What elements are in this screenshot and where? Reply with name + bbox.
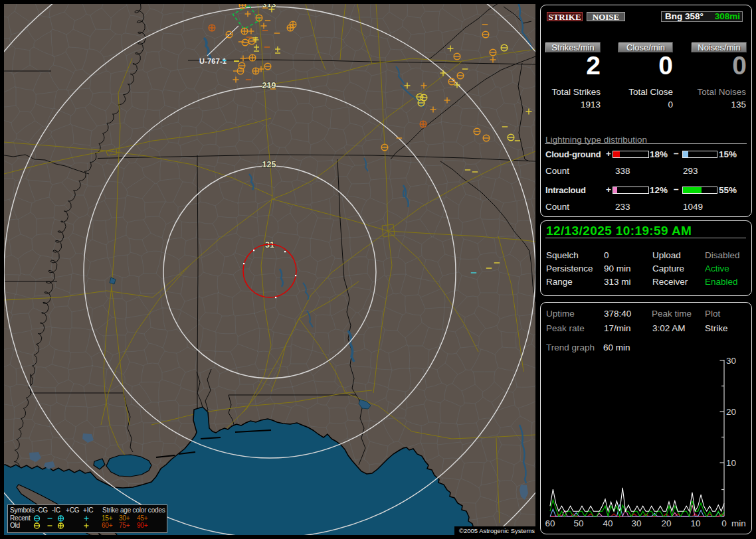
svg-text:20: 20 [726,407,736,417]
svg-text:min: min [731,518,746,528]
svg-text:U-767-1: U-767-1 [199,57,227,65]
svg-text:0: 0 [721,518,727,528]
svg-text:30: 30 [631,518,641,528]
svg-text:20: 20 [661,518,671,528]
svg-text:50: 50 [573,518,583,528]
svg-text:30: 30 [726,356,736,366]
svg-text:313: 313 [262,4,276,9]
svg-text:10: 10 [726,458,736,468]
svg-text:10: 10 [690,518,700,528]
svg-text:60: 60 [545,518,555,528]
svg-text:125: 125 [262,160,276,169]
svg-text:40: 40 [603,518,613,528]
